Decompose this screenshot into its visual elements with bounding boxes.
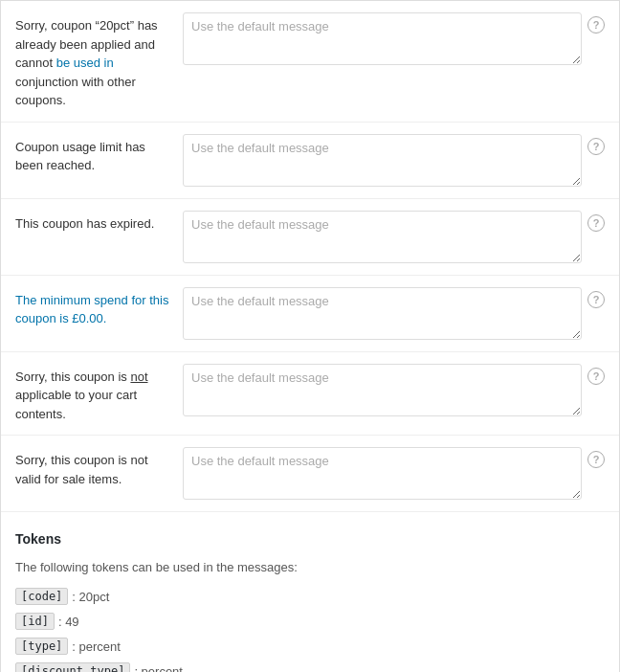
- row-label-sale-items: Sorry, this coupon is not valid for sale…: [15, 447, 183, 488]
- message-textarea-already-applied[interactable]: [183, 12, 582, 65]
- tokens-description: The following tokens can be used in the …: [15, 560, 605, 574]
- message-textarea-expired[interactable]: [183, 211, 582, 263]
- row-label-not-applicable: Sorry, this coupon is not applicable to …: [15, 364, 183, 424]
- token-badge-id: [id]: [15, 613, 55, 630]
- form-row-expired: This coupon has expired. ?: [1, 199, 619, 276]
- token-value-type: : percent: [72, 639, 121, 654]
- help-icon-sale-items[interactable]: ?: [587, 451, 605, 468]
- token-badge-discount-type: [discount_type]: [15, 662, 130, 672]
- tokens-section: Tokens The following tokens can be used …: [1, 512, 619, 672]
- row-input-sale-items: ?: [183, 447, 605, 500]
- token-badge-type: [type]: [15, 638, 68, 655]
- row-input-expired: ?: [183, 211, 605, 263]
- help-icon-expired[interactable]: ?: [587, 214, 605, 232]
- token-row-type: [type] : percent: [15, 638, 605, 655]
- row-input-not-applicable: ?: [183, 364, 605, 416]
- form-row-already-applied: Sorry, coupon “20pct” has already been a…: [1, 1, 619, 123]
- token-badge-code: [code]: [15, 588, 68, 605]
- row-input-already-applied: ?: [183, 12, 605, 65]
- row-label-usage-limit: Coupon usage limit has been reached.: [15, 134, 183, 175]
- token-value-code: : 20pct: [72, 590, 109, 604]
- form-row-sale-items: Sorry, this coupon is not valid for sale…: [1, 436, 619, 512]
- message-textarea-not-applicable[interactable]: [183, 364, 582, 416]
- token-row-code: [code] : 20pct: [15, 588, 605, 605]
- row-label-already-applied: Sorry, coupon “20pct” has already been a…: [15, 12, 183, 110]
- message-textarea-minimum-spend[interactable]: [183, 287, 582, 340]
- help-icon-minimum-spend[interactable]: ?: [587, 291, 605, 308]
- token-row-discount-type: [discount_type] : percent: [15, 662, 605, 672]
- row-input-minimum-spend: ?: [183, 287, 605, 340]
- form-row-usage-limit: Coupon usage limit has been reached. ?: [1, 123, 619, 199]
- token-row-id: [id] : 49: [15, 613, 605, 630]
- row-input-usage-limit: ?: [183, 134, 605, 187]
- help-icon-usage-limit[interactable]: ?: [587, 138, 605, 155]
- form-row-not-applicable: Sorry, this coupon is not applicable to …: [1, 352, 619, 437]
- form-row-minimum-spend: The minimum spend for this coupon is £0.…: [1, 276, 619, 352]
- message-textarea-usage-limit[interactable]: [183, 134, 582, 187]
- settings-panel: Sorry, coupon “20pct” has already been a…: [0, 0, 620, 672]
- help-icon-already-applied[interactable]: ?: [587, 16, 605, 34]
- row-label-minimum-spend: The minimum spend for this coupon is £0.…: [15, 287, 183, 328]
- token-value-discount-type: : percent: [134, 664, 183, 673]
- help-icon-not-applicable[interactable]: ?: [587, 368, 605, 385]
- row-label-expired: This coupon has expired.: [15, 211, 183, 234]
- tokens-title: Tokens: [15, 531, 605, 547]
- token-value-id: : 49: [58, 615, 79, 629]
- message-textarea-sale-items[interactable]: [183, 447, 582, 500]
